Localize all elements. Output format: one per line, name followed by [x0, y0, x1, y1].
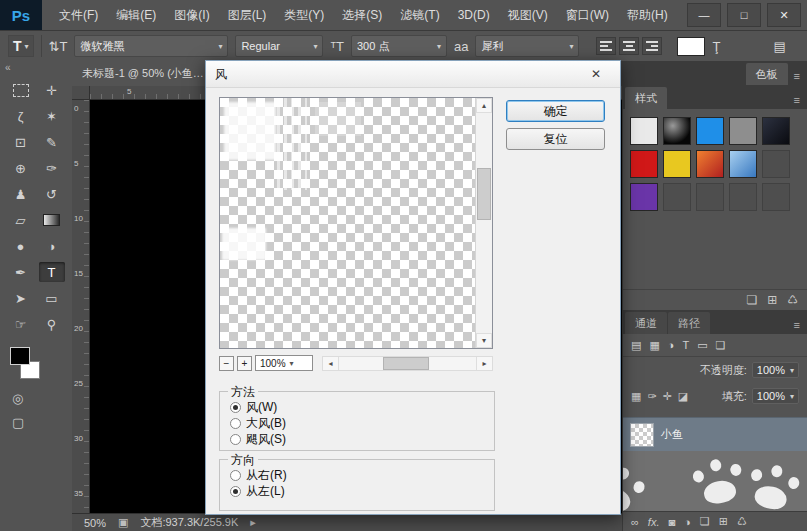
font-style-select[interactable]: Regular ▾ — [235, 35, 323, 57]
menu-item[interactable]: 视图(V) — [499, 0, 557, 30]
filter-pixel-layers-icon[interactable]: ▦ — [649, 339, 659, 352]
text-orientation-icon[interactable]: ⇅T — [49, 39, 68, 54]
lock-all-icon[interactable]: ◪ — [678, 390, 688, 403]
menu-item[interactable]: 3D(D) — [449, 0, 499, 30]
filter-shape-layers-icon[interactable]: ▭ — [697, 339, 707, 352]
menu-item[interactable]: 滤镜(T) — [391, 0, 448, 30]
style-swatch[interactable] — [762, 150, 790, 178]
filter-kind-icon[interactable]: ▤ — [631, 339, 641, 352]
scroll-right-icon[interactable]: ▸ — [476, 357, 492, 370]
crop-tool[interactable]: ⊡ — [8, 132, 34, 152]
eyedropper-tool[interactable]: ✎ — [39, 132, 65, 152]
filter-adjustment-layers-icon[interactable]: ◑ — [668, 339, 675, 351]
dodge-tool[interactable]: ◑ — [39, 236, 65, 256]
style-swatch[interactable] — [630, 183, 658, 211]
align-left-icon[interactable] — [596, 37, 616, 55]
toggle-panels-icon[interactable]: ▤ — [773, 39, 785, 54]
menu-item[interactable]: 帮助(H) — [618, 0, 677, 30]
hand-tool[interactable]: ☞ — [8, 314, 34, 334]
preview-canvas[interactable] — [220, 98, 475, 348]
radio-option[interactable]: 飓风(S) — [230, 432, 494, 447]
scrollbar-track[interactable] — [339, 357, 476, 370]
magic-wand-tool[interactable]: ✶ — [39, 106, 65, 126]
minimize-button[interactable]: — — [687, 3, 721, 27]
scroll-down-icon[interactable]: ▾ — [476, 333, 492, 348]
warp-text-icon[interactable]: Ţ — [712, 39, 720, 54]
history-brush-tool[interactable]: ↺ — [39, 184, 65, 204]
filter-smart-objects-icon[interactable]: ❏ — [716, 339, 726, 352]
scrollbar-thumb[interactable] — [477, 168, 491, 220]
panel-menu-icon[interactable]: ≡ — [789, 319, 805, 334]
style-swatch[interactable] — [729, 183, 757, 211]
rectangle-tool[interactable]: ▭ — [39, 288, 65, 308]
zoom-in-button[interactable]: + — [237, 356, 252, 371]
collapse-toolbar-icon[interactable]: « — [0, 61, 72, 77]
radio-option[interactable]: 从右(R) — [230, 468, 494, 483]
delete-style-icon[interactable]: ♺ — [787, 293, 798, 307]
ruler-origin[interactable] — [72, 86, 90, 100]
font-family-select[interactable]: 微软雅黑 ▾ — [74, 35, 228, 57]
menu-item[interactable]: 图层(L) — [219, 0, 276, 30]
anti-alias-select[interactable]: 犀利 ▾ — [475, 35, 579, 57]
fill-field[interactable]: 100% ▾ — [752, 388, 799, 404]
close-button[interactable]: ✕ — [767, 3, 801, 27]
screen-mode-icon[interactable]: ▢ — [12, 415, 72, 430]
new-layer-icon[interactable]: ⊞ — [719, 515, 728, 528]
zoom-out-button[interactable]: − — [219, 356, 234, 371]
add-layer-mask-icon[interactable]: ◙ — [668, 516, 675, 528]
move-tool[interactable]: ✛ — [39, 80, 65, 100]
style-swatch[interactable] — [630, 117, 658, 145]
status-flyout-icon[interactable]: ▸ — [250, 516, 256, 529]
zoom-level-field[interactable]: 50% — [84, 517, 106, 529]
style-swatch[interactable] — [729, 150, 757, 178]
font-size-select[interactable]: 300 点 ▾ — [351, 35, 447, 57]
dialog-close-icon[interactable]: ✕ — [581, 65, 611, 84]
scroll-left-icon[interactable]: ◂ — [323, 357, 339, 370]
radio-option[interactable]: 大风(B) — [230, 416, 494, 431]
maximize-button[interactable]: □ — [727, 3, 761, 27]
new-group-icon[interactable]: ❏ — [700, 515, 710, 528]
preview-vertical-scrollbar[interactable]: ▴ ▾ — [475, 98, 492, 348]
link-layers-icon[interactable]: ∞ — [631, 516, 639, 528]
create-style-icon[interactable]: ⊞ — [767, 293, 777, 307]
layer-large-thumbnail[interactable] — [623, 451, 807, 511]
menu-item[interactable]: 文件(F) — [50, 0, 107, 30]
preview-horizontal-scrollbar[interactable]: ◂ ▸ — [322, 356, 493, 371]
menu-item[interactable]: 类型(Y) — [275, 0, 333, 30]
scrollbar-track[interactable] — [476, 113, 492, 333]
tool-preset-picker[interactable]: T ▾ — [8, 35, 34, 57]
new-adjustment-layer-icon[interactable]: ◑ — [684, 516, 691, 528]
quick-mask-icon[interactable]: ◎ — [12, 391, 72, 406]
scrollbar-thumb[interactable] — [383, 357, 429, 370]
eraser-tool[interactable]: ▱ — [8, 210, 34, 230]
path-selection-tool[interactable]: ➤ — [8, 288, 34, 308]
tab-styles[interactable]: 样式 — [625, 87, 667, 109]
menu-item[interactable]: 编辑(E) — [107, 0, 165, 30]
style-folder-icon[interactable]: ❏ — [746, 293, 757, 307]
lasso-tool[interactable]: ζ — [8, 106, 34, 126]
align-right-icon[interactable] — [642, 37, 662, 55]
panel-menu-icon[interactable]: ≡ — [789, 94, 805, 109]
layer-name[interactable]: 小鱼 — [661, 427, 683, 442]
ok-button[interactable]: 确定 — [506, 100, 605, 122]
tab-paths[interactable]: 路径 — [668, 312, 710, 334]
rectangular-marquee-tool[interactable] — [8, 80, 34, 100]
text-color-swatch[interactable] — [677, 37, 705, 56]
panel-menu-icon[interactable]: ≡ — [789, 70, 805, 85]
lock-transparent-pixels-icon[interactable]: ▦ — [631, 390, 641, 403]
menu-item[interactable]: 图像(I) — [165, 0, 218, 30]
delete-layer-icon[interactable]: ♺ — [737, 515, 747, 528]
scroll-up-icon[interactable]: ▴ — [476, 98, 492, 113]
pen-tool[interactable]: ✒ — [8, 262, 34, 282]
foreground-color-swatch[interactable] — [10, 347, 30, 365]
opacity-field[interactable]: 100% ▾ — [752, 362, 799, 378]
radio-option[interactable]: 风(W) — [230, 400, 494, 415]
filter-type-layers-icon[interactable]: T — [682, 339, 689, 351]
layer-style-icon[interactable]: fx. — [648, 516, 660, 528]
zoom-tool[interactable]: ⚲ — [39, 314, 65, 334]
zoom-level-select[interactable]: 100% ▾ — [255, 355, 313, 371]
style-swatch[interactable] — [729, 117, 757, 145]
dialog-titlebar[interactable]: 风 ✕ — [206, 61, 620, 88]
horizontal-type-tool[interactable]: T — [39, 262, 65, 282]
document-tab[interactable]: 未标题-1 @ 50% (小鱼… — [72, 61, 215, 86]
